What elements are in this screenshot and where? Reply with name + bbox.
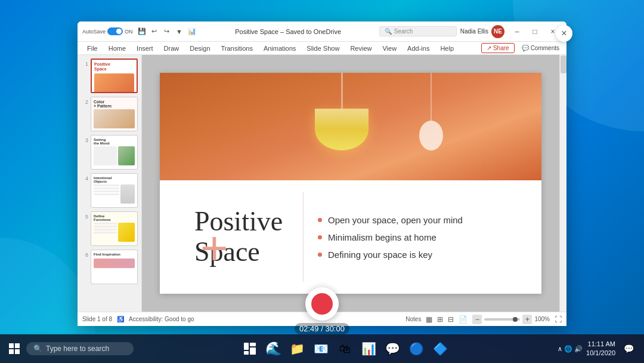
bullet-dot-3 xyxy=(318,253,322,257)
plus-decoration: + xyxy=(200,224,228,272)
share-button[interactable]: ↗ Share xyxy=(481,43,515,53)
save-icon[interactable]: 💾 xyxy=(137,26,147,37)
svg-rect-1 xyxy=(15,343,20,348)
slide-num-1: 1 xyxy=(81,61,88,67)
bullet-text-3: Defining your space is key xyxy=(328,250,432,260)
record-timer: 02:49 / 30:00 xyxy=(295,323,349,334)
tab-help[interactable]: Help xyxy=(435,44,459,53)
undo-icon[interactable]: ↩ xyxy=(149,26,160,37)
bullet-text-2: Minimalism begins at home xyxy=(328,232,436,242)
network-icon[interactable]: 🌐 xyxy=(564,345,572,353)
notes-button[interactable]: Notes xyxy=(405,316,421,322)
extra-icon[interactable]: 🔷 xyxy=(430,338,451,359)
title-search[interactable]: 🔍 Search xyxy=(379,26,457,36)
slide-sorter-icon[interactable]: ⊟ xyxy=(448,315,454,324)
tab-addins[interactable]: Add-ins xyxy=(402,44,434,53)
slide-thumb-5[interactable]: 5 DefineFunctions xyxy=(80,210,139,247)
svg-rect-4 xyxy=(244,343,249,350)
comment-icon: 💬 xyxy=(522,45,529,51)
tab-design[interactable]: Design xyxy=(185,44,215,53)
taskbar-right: ∧ 🌐 🔊 11:11 AM 10/1/2020 💬 xyxy=(552,339,644,358)
slide-preview-2: Color+ Pattern xyxy=(91,97,138,131)
main-area: 1 PositiveSpace 2 Color+ Pattern xyxy=(78,55,566,312)
edge-taskbar-icon[interactable]: 🔵 xyxy=(406,338,428,359)
tab-home[interactable]: Home xyxy=(104,44,131,53)
taskbar-date-display: 10/1/2020 xyxy=(586,349,615,358)
edge-icon[interactable]: 🌊 xyxy=(263,338,284,359)
slide-preview-3: Settingthe Mood xyxy=(91,135,138,170)
zoom-level: 100% xyxy=(534,316,550,322)
customize-icon[interactable]: ▼ xyxy=(174,26,185,37)
slide-3-text xyxy=(94,146,117,165)
slide-scrollbar[interactable] xyxy=(559,55,566,312)
taskbar-center: 🌊 📁 📧 🛍 📊 💬 🔵 🔷 xyxy=(138,338,552,359)
volume-icon[interactable]: 🔊 xyxy=(574,345,583,353)
taskbar-search[interactable]: 🔍 Type here to search xyxy=(26,342,134,355)
record-button[interactable] xyxy=(305,287,339,321)
maximize-button[interactable]: □ xyxy=(526,21,544,42)
zoom-in-button[interactable]: + xyxy=(522,315,532,324)
ppt-icon: 📊 xyxy=(187,26,197,37)
redo-icon[interactable]: ↪ xyxy=(162,26,172,37)
user-info: Nadia Ellis NE xyxy=(460,25,504,38)
slide-6-title: Find Inspiration xyxy=(94,253,135,256)
fit-to-window-icon[interactable]: ⛶ xyxy=(555,315,562,324)
slide-hero-image xyxy=(160,73,541,183)
zoom-track[interactable] xyxy=(484,318,520,321)
taskbar-time-display: 11:11 AM xyxy=(586,340,615,349)
notification-icon[interactable]: 💬 xyxy=(619,339,638,358)
slide-3-img xyxy=(118,146,135,165)
tab-insert[interactable]: Insert xyxy=(132,44,158,53)
tab-animations[interactable]: Animations xyxy=(259,44,301,53)
reading-view-icon[interactable]: 📄 xyxy=(459,315,467,324)
window-controls: – □ × xyxy=(508,21,562,42)
taskbar-search-icon: 🔍 xyxy=(33,344,42,353)
accessibility-info: ♿ xyxy=(117,316,124,322)
user-avatar[interactable]: NE xyxy=(491,25,504,38)
minimize-button[interactable]: – xyxy=(508,21,526,42)
slide-num-2: 2 xyxy=(81,99,88,105)
bullet-dot-1 xyxy=(318,218,322,222)
tab-review[interactable]: Review xyxy=(345,44,376,53)
comments-button[interactable]: 💬 Comments xyxy=(519,44,562,52)
normal-view-icon[interactable]: ▦ xyxy=(426,315,432,324)
powerpoint-taskbar-icon[interactable]: 📊 xyxy=(358,338,380,359)
tab-transitions[interactable]: Transitions xyxy=(216,44,258,53)
slide-5-img xyxy=(118,223,135,242)
tab-draw[interactable]: Draw xyxy=(159,44,184,53)
slide-num-4: 4 xyxy=(81,176,88,182)
slide-1-img xyxy=(94,73,134,93)
slide-thumb-2[interactable]: 2 Color+ Pattern xyxy=(80,96,139,133)
slide-thumb-6[interactable]: 6 Find Inspiration xyxy=(80,248,139,285)
tab-file[interactable]: File xyxy=(82,44,103,53)
svg-rect-0 xyxy=(9,343,14,348)
bullet-dot-2 xyxy=(318,235,322,239)
slide-thumb-4[interactable]: 4 IntentionalObjects xyxy=(80,172,139,209)
store-icon[interactable]: 🛍 xyxy=(335,338,356,359)
task-view-icon[interactable] xyxy=(239,338,261,359)
slide-thumb-1[interactable]: 1 PositiveSpace xyxy=(80,57,139,94)
tab-view[interactable]: View xyxy=(377,44,401,53)
slide-num-3: 3 xyxy=(81,137,88,143)
share-icon: ↗ xyxy=(487,45,491,51)
autosave-toggle[interactable] xyxy=(107,27,123,35)
scrollbar-thumb[interactable] xyxy=(561,56,566,73)
powerpoint-window: AutoSave ON 💾 ↩ ↪ ▼ 📊 Positive Space – S… xyxy=(78,21,566,326)
mail-icon[interactable]: 📧 xyxy=(311,338,332,359)
bullet-3: Defining your space is key xyxy=(318,250,527,260)
windows-start-button[interactable] xyxy=(5,339,24,358)
tab-slideshow[interactable]: Slide Show xyxy=(302,44,344,53)
outline-view-icon[interactable]: ⊞ xyxy=(437,315,443,324)
file-explorer-icon[interactable]: 📁 xyxy=(287,338,308,359)
titlebar-icons: 💾 ↩ ↪ ▼ 📊 xyxy=(137,26,197,37)
accessibility-label: Accessibility: Good to go xyxy=(129,316,194,322)
taskbar-clock[interactable]: 11:11 AM 10/1/2020 xyxy=(586,340,615,358)
slide-bullets: Open your space, open your mind Minimali… xyxy=(304,180,541,294)
slide-canvas: Positive Space + Open your space, open y… xyxy=(160,73,541,294)
close-icon[interactable]: × xyxy=(556,25,572,42)
zoom-out-button[interactable]: − xyxy=(472,315,482,324)
chevron-up-icon[interactable]: ∧ xyxy=(558,345,562,353)
slide-3-title: Settingthe Mood xyxy=(94,138,135,145)
slide-thumb-3[interactable]: 3 Settingthe Mood xyxy=(80,134,139,171)
teams-icon[interactable]: 💬 xyxy=(382,338,404,359)
